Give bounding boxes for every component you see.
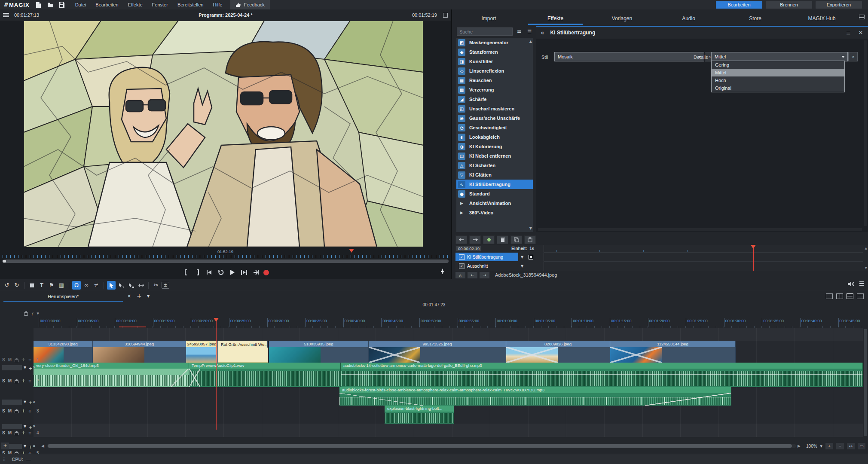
mouse-mode-all-icon[interactable] bbox=[127, 281, 135, 290]
paste-icon[interactable] bbox=[524, 235, 536, 244]
audio-clip[interactable]: audioblocks-14-collettivo-armonico-carlo… bbox=[341, 363, 863, 387]
track-lock-icon[interactable] bbox=[15, 410, 18, 413]
audio-clip[interactable]: explosion-blast-lightning-bolt... bbox=[385, 406, 454, 424]
tab-magix-hub[interactable]: MAGIX Hub bbox=[789, 13, 855, 24]
jump-start-icon[interactable] bbox=[205, 269, 213, 276]
snap-magnet-icon[interactable]: Ω bbox=[72, 281, 81, 290]
hamburger-menu-icon[interactable]: ≡ bbox=[846, 30, 851, 36]
track-caret-icon[interactable]: ▼ bbox=[24, 400, 26, 404]
effect-item-unscharf-maskieren[interactable]: ◰Unscharf maskieren bbox=[456, 104, 533, 113]
add-track-icon[interactable]: + bbox=[1, 443, 9, 449]
scroll-down-icon[interactable]: ▼ bbox=[865, 266, 867, 270]
fade-out-handle[interactable] bbox=[645, 393, 731, 406]
zoom-out-icon[interactable]: − bbox=[836, 443, 844, 449]
row-caret-icon[interactable]: ▼ bbox=[521, 255, 523, 259]
split-scissors-icon[interactable]: ✂ bbox=[152, 281, 160, 290]
timeline-clip[interactable]: 318594944.jpeg bbox=[93, 341, 186, 363]
effect-item-lookabgleich[interactable]: ◖Lookabgleich bbox=[456, 132, 533, 142]
scroll-up-icon[interactable]: ▲ bbox=[529, 40, 532, 43]
mode-button-brennen[interactable]: Brennen bbox=[766, 1, 812, 9]
previous-clip-icon[interactable]: ← bbox=[468, 272, 477, 278]
preview-mini-timeline[interactable]: 01:52:19 bbox=[3, 250, 449, 258]
undo-icon[interactable]: ↺ bbox=[3, 281, 11, 290]
preview-scrollbar-thumb[interactable] bbox=[3, 260, 6, 263]
scroll-right-icon[interactable]: ▶ bbox=[798, 444, 801, 448]
tab-store[interactable]: Store bbox=[722, 13, 789, 24]
link-objects-icon[interactable]: ∞ bbox=[82, 281, 91, 290]
add-tab-icon[interactable]: + bbox=[137, 293, 142, 299]
checkbox-checked-icon[interactable]: ✓ bbox=[459, 254, 465, 260]
fade-out-handle[interactable] bbox=[171, 369, 189, 387]
scroll-down-icon[interactable]: ▼ bbox=[529, 226, 532, 230]
timeline-clip[interactable]: 510035935.jpeg bbox=[269, 341, 369, 363]
add-track-icon[interactable]: + bbox=[28, 400, 32, 406]
audio-clip[interactable]: very-close-thunder_Gkl_184d.mp3 bbox=[34, 363, 189, 387]
new-file-icon[interactable] bbox=[36, 2, 41, 8]
mode-button-bearbeiten[interactable]: Bearbeiten bbox=[716, 1, 762, 9]
next-keyframe-icon[interactable] bbox=[469, 235, 481, 244]
keyframe-row-ausschnitt[interactable]: ✓Ausschnitt bbox=[455, 262, 544, 270]
mute-button[interactable]: M bbox=[8, 430, 12, 435]
track-lock-icon[interactable] bbox=[15, 432, 18, 435]
zoom-fit-icon[interactable]: ▭ bbox=[858, 443, 865, 449]
audio-clip[interactable]: audioblocks-forest-birds-close-ambience-… bbox=[339, 387, 731, 406]
solo-button[interactable]: S bbox=[2, 430, 5, 435]
mouse-mode-stretch-icon[interactable] bbox=[137, 281, 145, 290]
loop-icon[interactable] bbox=[217, 269, 225, 276]
preview-scrollbar[interactable] bbox=[3, 259, 449, 263]
range-out-icon[interactable] bbox=[194, 269, 202, 276]
keyframe-display-icon[interactable] bbox=[529, 255, 533, 259]
timeline-vertical-scrollbar[interactable] bbox=[864, 328, 867, 437]
track-lane-1[interactable] bbox=[34, 328, 863, 341]
dropdown-option-hoch[interactable]: Hoch bbox=[712, 76, 844, 84]
collapse-icon[interactable]: « bbox=[455, 272, 465, 278]
audio-monitor-icon[interactable] bbox=[847, 281, 854, 288]
close-icon[interactable]: ✕ bbox=[859, 30, 863, 36]
zoom-in-icon[interactable]: + bbox=[825, 443, 833, 449]
effect-item-linsenreflexion[interactable]: ◇Linsenreflexion bbox=[456, 66, 533, 76]
mute-button[interactable]: M bbox=[8, 409, 12, 413]
delete-track-icon[interactable]: ✕ bbox=[33, 400, 36, 404]
dropdown-option-gering[interactable]: Gering bbox=[712, 61, 844, 69]
add-track-icon[interactable]: + bbox=[28, 366, 32, 371]
delete-keyframe-icon[interactable] bbox=[497, 235, 508, 244]
effect-item-gauss-sche-unsch-rfe[interactable]: ◉Gauss'sche Unschärfe bbox=[456, 113, 533, 123]
menu-item-effekte[interactable]: Effekte bbox=[124, 0, 147, 9]
timeline-clip[interactable]: 313342890.jpeg bbox=[34, 341, 93, 363]
track-move-icon[interactable]: ✛ bbox=[21, 430, 25, 435]
scroll-up-icon[interactable]: ▲ bbox=[865, 247, 867, 250]
preview-playhead-marker[interactable] bbox=[349, 249, 354, 255]
copy-icon[interactable] bbox=[510, 235, 522, 244]
track-caret-icon[interactable]: ▼ bbox=[24, 424, 26, 428]
track-name-field[interactable] bbox=[2, 424, 22, 429]
timeline-view-icon[interactable] bbox=[847, 293, 853, 299]
effect-item-standard[interactable]: ●Standard bbox=[456, 189, 533, 198]
mouse-mode-single-icon[interactable] bbox=[117, 281, 125, 290]
feedback-button[interactable]: Feedback bbox=[230, 0, 269, 9]
effect-item-sch-rfe[interactable]: ◢Schärfe bbox=[456, 95, 533, 104]
range-in-icon[interactable] bbox=[182, 269, 190, 276]
object-zoom-icon[interactable]: ± bbox=[162, 282, 169, 289]
list-view-icon[interactable]: ≡ bbox=[517, 28, 522, 34]
scrollbar-thumb[interactable] bbox=[48, 444, 792, 448]
menu-item-datei[interactable]: Datei bbox=[71, 0, 90, 9]
redo-icon[interactable]: ↻ bbox=[12, 281, 21, 290]
keyframe-playhead[interactable] bbox=[753, 246, 754, 271]
timeline-horizontal-scrollbar[interactable] bbox=[47, 444, 796, 448]
play-range-icon[interactable] bbox=[240, 269, 248, 276]
fade-in-handle[interactable] bbox=[339, 393, 423, 406]
unit-value[interactable]: 1s bbox=[529, 246, 534, 251]
delete-icon[interactable] bbox=[28, 281, 36, 290]
track-name-field[interactable] bbox=[2, 365, 22, 370]
tab-effekte[interactable]: Effekte bbox=[522, 13, 589, 24]
snapshot-lightning-icon[interactable] bbox=[440, 268, 445, 276]
audio-clip[interactable]: TempPreviewAudioClip1.wav bbox=[189, 363, 341, 387]
track-lock-icon[interactable] bbox=[15, 380, 18, 383]
track-name-field[interactable] bbox=[2, 400, 22, 405]
track-resize-icon[interactable]: ÷ bbox=[28, 409, 31, 413]
timeline-clip[interactable]: 995171525.jpeg bbox=[369, 341, 506, 363]
track-resize-icon[interactable]: ÷ bbox=[28, 430, 31, 435]
prev-keyframe-icon[interactable] bbox=[455, 235, 467, 244]
solo-button[interactable]: S bbox=[2, 357, 5, 362]
marker-flag-icon[interactable]: ⚑ bbox=[47, 281, 56, 290]
